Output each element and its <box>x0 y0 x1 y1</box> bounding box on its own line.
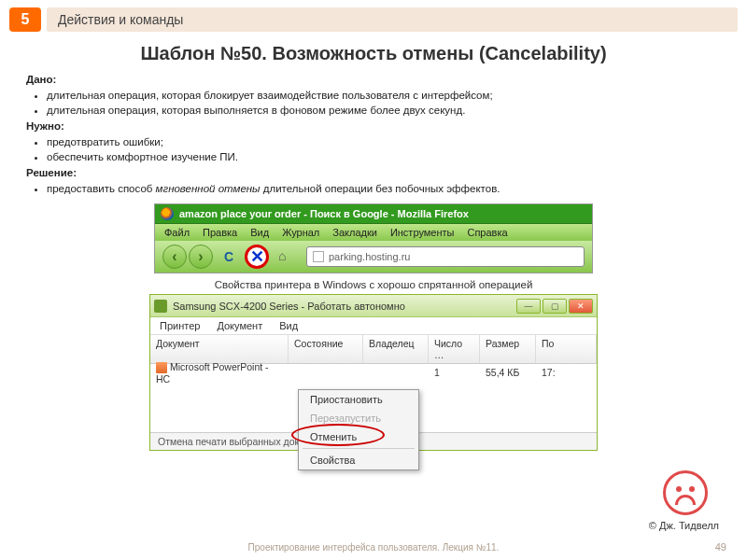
given-list: длительная операция, которая блокирует в… <box>47 88 721 119</box>
minimize-button[interactable]: — <box>516 299 541 314</box>
firefox-menubar: Файл Правка Вид Журнал Закладки Инструме… <box>155 224 592 241</box>
maximize-button[interactable]: ▢ <box>543 299 567 314</box>
printer-menubar: Принтер Документ Вид <box>150 317 597 335</box>
sad-face-icon <box>663 470 708 515</box>
ctx-pause[interactable]: Приостановить <box>299 390 418 409</box>
chapter-badge: 5 <box>9 7 41 32</box>
printer-icon <box>154 300 167 313</box>
need-list: предотвратить ошибки; обеспечить комфорт… <box>47 134 721 165</box>
menu-view[interactable]: Вид <box>279 320 298 331</box>
col-state[interactable]: Состояние <box>289 335 363 363</box>
given-item: длительная операция, которая блокирует в… <box>47 88 721 104</box>
firefox-screenshot: amazon place your order - Поиск в Google… <box>154 203 593 273</box>
solution-item: предоставить способ мгновенной отмены дл… <box>47 181 721 197</box>
solution-list: предоставить способ мгновенной отмены дл… <box>47 181 721 197</box>
menu-help[interactable]: Справка <box>467 227 507 238</box>
need-label: Нужно: <box>26 120 64 132</box>
menu-tools[interactable]: Инструменты <box>390 227 455 238</box>
col-size[interactable]: Размер <box>480 335 536 363</box>
stop-button[interactable]: ✕ <box>245 245 269 269</box>
slide-header: 5 Действия и команды <box>9 7 738 32</box>
printer-caption: Свойства принтера в Windows с хорошо спр… <box>0 279 747 290</box>
body-text: Дано: длительная операция, которая блоки… <box>26 72 721 196</box>
print-job-row[interactable]: Microsoft PowerPoint - НС 1 55,4 КБ 17: <box>150 364 597 381</box>
firefox-titlebar: amazon place your order - Поиск в Google… <box>155 204 592 224</box>
menu-view[interactable]: Вид <box>250 227 269 238</box>
credit-text: © Дж. Тидвелл <box>649 519 719 532</box>
need-item: обеспечить комфортное изучение ПИ. <box>47 149 721 165</box>
doc-count: 1 <box>429 367 480 378</box>
forward-button[interactable]: › <box>189 245 213 269</box>
context-menu: Приостановить Перезапустить Отменить Сво… <box>298 389 419 470</box>
section-title: Действия и команды <box>47 7 738 32</box>
col-pages[interactable]: По <box>536 335 597 363</box>
menu-bookmarks[interactable]: Закладки <box>332 227 377 238</box>
ctx-props[interactable]: Свойства <box>299 451 418 469</box>
col-owner[interactable]: Владелец <box>363 335 429 363</box>
printer-window-title: Samsung SCX-4200 Series - Работать автон… <box>173 301 511 312</box>
close-icon: ✕ <box>250 248 264 265</box>
page-title: Шаблон №50. Возможность отмены (Cancelab… <box>0 43 747 64</box>
col-document[interactable]: Документ <box>150 335 289 363</box>
firefox-window-title: amazon place your order - Поиск в Google… <box>179 208 469 219</box>
printer-screenshot: Samsung SCX-4200 Series - Работать автон… <box>149 294 598 451</box>
menu-document[interactable]: Документ <box>217 320 262 331</box>
given-item: длительная операция, которая выполняется… <box>47 103 721 119</box>
menu-file[interactable]: Файл <box>164 227 190 238</box>
separator <box>303 448 415 449</box>
document-icon <box>156 362 167 373</box>
column-headers: Документ Состояние Владелец Число … Разм… <box>150 335 597 364</box>
printer-titlebar: Samsung SCX-4200 Series - Работать автон… <box>150 295 597 317</box>
given-label: Дано: <box>26 74 56 85</box>
url-text: parking.hosting.ru <box>329 251 410 262</box>
home-icon[interactable]: ⌂ <box>278 248 295 265</box>
firefox-icon <box>161 207 174 220</box>
favicon-placeholder <box>313 251 324 262</box>
doc-size: 55,4 КБ <box>480 367 536 378</box>
doc-pages: 17: <box>536 367 597 378</box>
menu-edit[interactable]: Правка <box>203 227 237 238</box>
ctx-restart: Перезапустить <box>299 409 418 427</box>
doc-name: Microsoft PowerPoint - НС <box>156 361 269 385</box>
solution-label: Решение: <box>26 167 77 178</box>
col-count[interactable]: Число … <box>429 335 480 363</box>
menu-history[interactable]: Журнал <box>282 227 319 238</box>
need-item: предотвратить ошибки; <box>47 134 721 150</box>
back-button[interactable]: ‹ <box>162 245 187 269</box>
menu-printer[interactable]: Принтер <box>160 320 200 331</box>
address-bar[interactable]: parking.hosting.ru <box>306 246 585 267</box>
footer-text: Проектирование интерфейса пользователя. … <box>0 542 747 553</box>
reload-button[interactable]: C <box>219 247 238 266</box>
close-button[interactable]: ✕ <box>569 299 593 314</box>
ctx-cancel[interactable]: Отменить <box>299 427 418 446</box>
firefox-toolbar: ‹ › C ✕ ⌂ parking.hosting.ru <box>155 241 592 273</box>
page-number: 49 <box>715 541 726 553</box>
